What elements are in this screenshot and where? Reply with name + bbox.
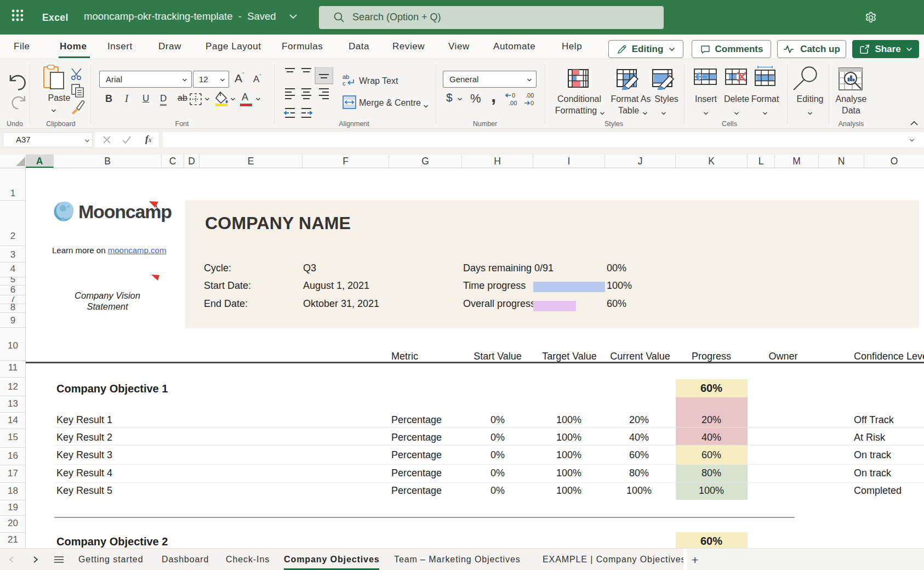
svg-text:Mooncamp: Mooncamp (78, 201, 172, 222)
svg-text:.00: .00 (526, 92, 534, 99)
svg-text:0: 0 (531, 100, 534, 106)
svg-text:c: c (343, 80, 346, 87)
svg-text:0: 0 (512, 92, 515, 99)
svg-text:.00: .00 (509, 100, 517, 106)
svg-text:ab: ab (343, 73, 349, 80)
